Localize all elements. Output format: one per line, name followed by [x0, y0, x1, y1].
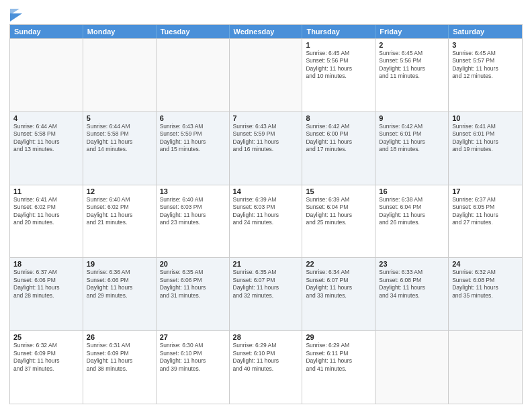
calendar-cell: 5Sunrise: 6:44 AM Sunset: 5:58 PM Daylig… [83, 112, 157, 185]
calendar-cell: 10Sunrise: 6:41 AM Sunset: 6:01 PM Dayli… [449, 112, 522, 185]
logo [9, 7, 22, 21]
cell-date: 28 [233, 333, 299, 341]
cell-info: Sunrise: 6:29 AM Sunset: 6:11 PM Dayligh… [306, 342, 371, 373]
day-header-tuesday: Tuesday [157, 25, 230, 38]
cell-info: Sunrise: 6:43 AM Sunset: 5:59 PM Dayligh… [160, 123, 226, 154]
calendar-body: 1Sunrise: 6:45 AM Sunset: 5:56 PM Daylig… [10, 38, 522, 404]
cell-date: 27 [160, 333, 226, 341]
cell-date: 4 [13, 114, 79, 122]
cell-date: 11 [13, 187, 79, 195]
calendar-cell [449, 331, 522, 404]
cell-date: 12 [87, 187, 152, 195]
day-header-sunday: Sunday [10, 25, 83, 38]
calendar-cell: 24Sunrise: 6:32 AM Sunset: 6:08 PM Dayli… [449, 258, 522, 330]
cell-date: 16 [379, 187, 445, 195]
calendar-cell: 22Sunrise: 6:34 AM Sunset: 6:07 PM Dayli… [302, 258, 375, 330]
cell-date: 6 [160, 114, 226, 122]
calendar-cell: 20Sunrise: 6:35 AM Sunset: 6:06 PM Dayli… [157, 258, 230, 330]
cell-info: Sunrise: 6:45 AM Sunset: 5:56 PM Dayligh… [306, 50, 371, 81]
calendar-cell: 29Sunrise: 6:29 AM Sunset: 6:11 PM Dayli… [302, 331, 375, 404]
cell-date: 29 [306, 333, 371, 341]
svg-marker-0 [10, 13, 22, 21]
day-header-saturday: Saturday [449, 25, 522, 38]
cell-date: 10 [452, 114, 519, 122]
cell-info: Sunrise: 6:41 AM Sunset: 6:02 PM Dayligh… [13, 196, 79, 227]
cell-date: 21 [233, 260, 299, 268]
cell-info: Sunrise: 6:39 AM Sunset: 6:03 PM Dayligh… [233, 196, 299, 227]
cell-date: 17 [452, 187, 519, 195]
cell-info: Sunrise: 6:44 AM Sunset: 5:58 PM Dayligh… [13, 123, 79, 154]
day-header-thursday: Thursday [302, 25, 375, 38]
cell-info: Sunrise: 6:29 AM Sunset: 6:10 PM Dayligh… [233, 342, 299, 373]
cell-date: 25 [13, 333, 79, 341]
cell-info: Sunrise: 6:32 AM Sunset: 6:09 PM Dayligh… [13, 342, 79, 373]
cell-date: 20 [160, 260, 226, 268]
cell-date: 14 [233, 187, 299, 195]
cell-date: 18 [13, 260, 79, 268]
cell-info: Sunrise: 6:41 AM Sunset: 6:01 PM Dayligh… [452, 123, 519, 154]
cell-date: 22 [306, 260, 371, 268]
cell-info: Sunrise: 6:45 AM Sunset: 5:57 PM Dayligh… [452, 50, 519, 81]
cell-date: 23 [379, 260, 445, 268]
calendar-cell: 16Sunrise: 6:38 AM Sunset: 6:04 PM Dayli… [375, 185, 449, 258]
calendar-cell: 18Sunrise: 6:37 AM Sunset: 6:06 PM Dayli… [10, 258, 83, 330]
calendar-cell: 3Sunrise: 6:45 AM Sunset: 5:57 PM Daylig… [449, 39, 522, 111]
calendar-page: SundayMondayTuesdayWednesdayThursdayFrid… [0, 0, 532, 411]
cell-info: Sunrise: 6:42 AM Sunset: 6:00 PM Dayligh… [306, 123, 371, 154]
page-header [9, 7, 523, 21]
calendar-row-2: 4Sunrise: 6:44 AM Sunset: 5:58 PM Daylig… [10, 111, 522, 185]
calendar-cell: 14Sunrise: 6:39 AM Sunset: 6:03 PM Dayli… [230, 185, 303, 258]
calendar-cell: 2Sunrise: 6:45 AM Sunset: 5:56 PM Daylig… [375, 39, 449, 111]
calendar-row-3: 11Sunrise: 6:41 AM Sunset: 6:02 PM Dayli… [10, 185, 522, 258]
calendar-cell: 9Sunrise: 6:42 AM Sunset: 6:01 PM Daylig… [375, 112, 449, 185]
cell-date: 9 [379, 114, 445, 122]
logo-icon [10, 7, 22, 21]
calendar-cell: 8Sunrise: 6:42 AM Sunset: 6:00 PM Daylig… [302, 112, 375, 185]
cell-date: 24 [452, 260, 519, 268]
calendar-cell [83, 39, 157, 111]
calendar-cell: 13Sunrise: 6:40 AM Sunset: 6:03 PM Dayli… [157, 185, 230, 258]
calendar-cell [10, 39, 83, 111]
cell-info: Sunrise: 6:44 AM Sunset: 5:58 PM Dayligh… [87, 123, 152, 154]
cell-info: Sunrise: 6:31 AM Sunset: 6:09 PM Dayligh… [87, 342, 152, 373]
calendar-cell: 21Sunrise: 6:35 AM Sunset: 6:07 PM Dayli… [230, 258, 303, 330]
cell-date: 7 [233, 114, 299, 122]
day-header-friday: Friday [375, 25, 449, 38]
calendar-cell: 26Sunrise: 6:31 AM Sunset: 6:09 PM Dayli… [83, 331, 157, 404]
cell-date: 1 [306, 41, 371, 49]
calendar-cell: 7Sunrise: 6:43 AM Sunset: 5:59 PM Daylig… [230, 112, 303, 185]
cell-info: Sunrise: 6:39 AM Sunset: 6:04 PM Dayligh… [306, 196, 371, 227]
calendar-cell: 19Sunrise: 6:36 AM Sunset: 6:06 PM Dayli… [83, 258, 157, 330]
calendar: SundayMondayTuesdayWednesdayThursdayFrid… [9, 24, 523, 404]
calendar-cell: 15Sunrise: 6:39 AM Sunset: 6:04 PM Dayli… [302, 185, 375, 258]
cell-date: 8 [306, 114, 371, 122]
cell-date: 13 [160, 187, 226, 195]
cell-date: 26 [87, 333, 152, 341]
calendar-row-4: 18Sunrise: 6:37 AM Sunset: 6:06 PM Dayli… [10, 257, 522, 330]
cell-info: Sunrise: 6:30 AM Sunset: 6:10 PM Dayligh… [160, 342, 226, 373]
cell-date: 5 [87, 114, 152, 122]
cell-info: Sunrise: 6:33 AM Sunset: 6:08 PM Dayligh… [379, 269, 445, 300]
calendar-cell: 17Sunrise: 6:37 AM Sunset: 6:05 PM Dayli… [449, 185, 522, 258]
cell-date: 3 [452, 41, 519, 49]
calendar-cell: 28Sunrise: 6:29 AM Sunset: 6:10 PM Dayli… [230, 331, 303, 404]
cell-info: Sunrise: 6:40 AM Sunset: 6:02 PM Dayligh… [87, 196, 152, 227]
calendar-cell: 1Sunrise: 6:45 AM Sunset: 5:56 PM Daylig… [302, 39, 375, 111]
calendar-row-5: 25Sunrise: 6:32 AM Sunset: 6:09 PM Dayli… [10, 330, 522, 404]
calendar-cell: 4Sunrise: 6:44 AM Sunset: 5:58 PM Daylig… [10, 112, 83, 185]
calendar-cell: 23Sunrise: 6:33 AM Sunset: 6:08 PM Dayli… [375, 258, 449, 330]
cell-info: Sunrise: 6:36 AM Sunset: 6:06 PM Dayligh… [87, 269, 152, 300]
cell-date: 2 [379, 41, 445, 49]
calendar-cell: 11Sunrise: 6:41 AM Sunset: 6:02 PM Dayli… [10, 185, 83, 258]
cell-info: Sunrise: 6:45 AM Sunset: 5:56 PM Dayligh… [379, 50, 445, 81]
cell-info: Sunrise: 6:35 AM Sunset: 6:06 PM Dayligh… [160, 269, 226, 300]
calendar-header: SundayMondayTuesdayWednesdayThursdayFrid… [10, 25, 522, 38]
calendar-cell [230, 39, 303, 111]
calendar-cell: 6Sunrise: 6:43 AM Sunset: 5:59 PM Daylig… [157, 112, 230, 185]
cell-info: Sunrise: 6:37 AM Sunset: 6:06 PM Dayligh… [13, 269, 79, 300]
calendar-cell [157, 39, 230, 111]
cell-date: 19 [87, 260, 152, 268]
day-header-wednesday: Wednesday [230, 25, 303, 38]
calendar-cell: 25Sunrise: 6:32 AM Sunset: 6:09 PM Dayli… [10, 331, 83, 404]
calendar-row-1: 1Sunrise: 6:45 AM Sunset: 5:56 PM Daylig… [10, 38, 522, 111]
